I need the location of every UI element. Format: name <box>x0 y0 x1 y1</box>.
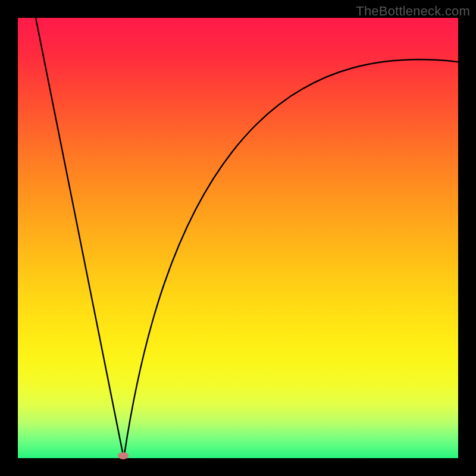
chart-frame: TheBottleneck.com <box>0 0 476 476</box>
watermark-text: TheBottleneck.com <box>356 4 470 19</box>
minimum-marker <box>118 452 129 459</box>
plot-area <box>18 18 458 458</box>
